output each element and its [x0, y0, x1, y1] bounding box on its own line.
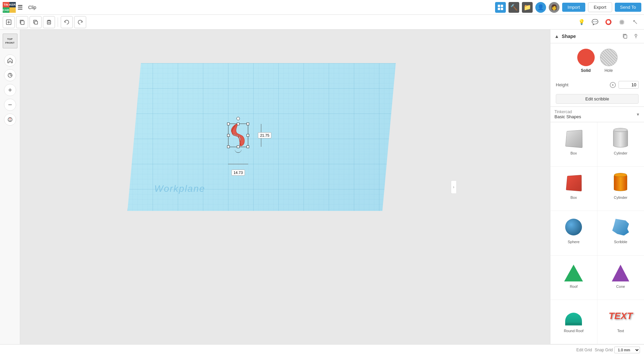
shape-name-sphere: Sphere	[568, 240, 580, 244]
handle-tm[interactable]	[237, 123, 239, 125]
dimension-height: 21.75	[258, 132, 271, 138]
toolbar: 💡 💬 ⭕	[0, 15, 644, 30]
delete-button[interactable]	[43, 16, 55, 28]
redo-button[interactable]	[74, 16, 86, 28]
sendto-button[interactable]: Send To	[615, 3, 641, 12]
viewport[interactable]: Workplane	[20, 30, 550, 344]
zoom-out-button[interactable]	[4, 99, 16, 111]
box-red-icon	[566, 175, 582, 191]
export-button[interactable]: Export	[588, 2, 612, 12]
bottom-bar: Edit Grid Snap Grid 1.0 mm 0.5 mm 0.25 m…	[0, 344, 644, 355]
solid-button[interactable]: Solid	[577, 49, 595, 73]
handle-tl[interactable]	[227, 123, 230, 125]
panel-pin-icon[interactable]	[632, 32, 640, 40]
shape-thumb-box-gray	[563, 128, 584, 149]
solid-label: Solid	[581, 68, 591, 73]
menu-icon[interactable]: ☰	[16, 2, 24, 12]
svg-rect-33	[624, 35, 627, 38]
tools-button[interactable]: 🔨	[508, 2, 519, 13]
measure-button[interactable]	[629, 16, 641, 28]
circle-button[interactable]: ⭕	[602, 16, 614, 28]
left-sidebar: TOP FRONT	[0, 30, 20, 344]
snap-grid-label: Snap Grid	[595, 348, 613, 352]
undo-button[interactable]	[61, 16, 73, 28]
avatar[interactable]: 👩	[549, 2, 559, 13]
library-dropdown-button[interactable]: ▼	[636, 112, 640, 117]
solid-circle	[577, 49, 595, 66]
light-bulb-button[interactable]: 💡	[576, 16, 588, 28]
shape-name-box-gray: Box	[571, 151, 577, 155]
shape-item-scribble[interactable]: Scribble	[597, 211, 644, 255]
view-cube[interactable]: TOP FRONT	[1, 32, 19, 50]
snap-grid-dropdown[interactable]: 1.0 mm 0.5 mm 0.25 mm 2.0 mm	[614, 347, 640, 353]
shape-thumb-roof	[563, 261, 584, 282]
shape-thumb-cone	[610, 261, 631, 282]
shape-thumb-cylinder-orange	[610, 172, 631, 193]
shape-item-round-roof[interactable]: Round Roof	[550, 300, 597, 344]
compass-button[interactable]	[4, 114, 16, 126]
roof-icon	[564, 265, 583, 281]
rotate-handle[interactable]	[236, 117, 240, 120]
height-knob[interactable]	[610, 82, 616, 88]
snap-grid: Snap Grid 1.0 mm 0.5 mm 0.25 mm 2.0 mm	[595, 347, 640, 353]
grid-view-button[interactable]	[495, 2, 506, 13]
new-button[interactable]	[3, 16, 15, 28]
handle-rm[interactable]	[247, 134, 249, 137]
shape-name-cone: Cone	[616, 284, 625, 289]
shape-name-box-red: Box	[571, 195, 577, 199]
shape-item-cylinder-orange[interactable]: Cylinder	[597, 167, 644, 211]
dimension-width: 14.73	[231, 170, 245, 176]
zoom-in-button[interactable]	[4, 84, 16, 96]
logo-cad: CAD	[3, 7, 9, 13]
height-label: Height	[556, 82, 607, 87]
comment-button[interactable]: 💬	[589, 16, 601, 28]
height-knob-dot	[612, 84, 613, 86]
hole-circle	[600, 49, 618, 66]
rotate-button[interactable]	[4, 69, 16, 81]
handle-lm[interactable]	[227, 134, 230, 137]
svg-rect-1	[501, 5, 503, 7]
svg-rect-2	[498, 8, 500, 10]
shape-item-box-red[interactable]: Box	[550, 167, 597, 211]
panel-collapse-icon[interactable]: ▲	[554, 34, 559, 39]
shape-item-roof[interactable]: Roof	[550, 256, 597, 300]
shape-name-cylinder-orange: Cylinder	[614, 195, 627, 199]
library-name: Basic Shapes	[554, 114, 635, 119]
shape-name-roof: Roof	[570, 284, 578, 289]
collapse-panel-button[interactable]: ›	[451, 180, 456, 194]
hole-label: Hole	[604, 68, 613, 73]
copy-button[interactable]	[16, 16, 28, 28]
hole-button[interactable]: Hole	[600, 49, 618, 73]
cone-icon	[612, 265, 629, 281]
grid-button[interactable]	[616, 16, 628, 28]
edit-scribble-button[interactable]: Edit scribble	[556, 94, 639, 104]
edit-grid-label[interactable]: Edit Grid	[576, 348, 592, 352]
logo-ker: KER	[9, 2, 16, 7]
user-button[interactable]: 👤	[535, 2, 546, 13]
folder-button[interactable]: 📁	[522, 2, 533, 13]
handle-tr[interactable]	[247, 123, 249, 125]
selection-box[interactable]: 21.75	[228, 124, 248, 147]
logo-blank	[9, 7, 16, 13]
handle-bm[interactable]	[237, 145, 239, 148]
shape-thumb-sphere	[563, 216, 584, 238]
shape-container[interactable]: 21.75 14.73	[228, 124, 248, 147]
panel-copy-icon[interactable]	[621, 32, 629, 40]
shape-item-sphere[interactable]: Sphere	[550, 211, 597, 255]
toolbar-right: 💡 💬 ⭕	[576, 16, 641, 28]
shapes-grid: Box Cylinder Box Cylinder	[550, 122, 644, 344]
shape-name-cylinder-gray: Cylinder	[614, 151, 627, 155]
import-button[interactable]: Import	[562, 3, 585, 12]
shape-item-cylinder-gray[interactable]: Cylinder	[597, 122, 644, 167]
handle-bl[interactable]	[227, 145, 230, 148]
shape-item-cone[interactable]: Cone	[597, 256, 644, 300]
shape-item-box-gray[interactable]: Box	[550, 122, 597, 167]
main-area: TOP FRONT	[0, 30, 644, 344]
handle-br[interactable]	[247, 145, 249, 148]
height-input[interactable]	[619, 81, 639, 89]
panel-header: ▲ Shape	[550, 30, 644, 43]
home-button[interactable]	[4, 54, 16, 66]
svg-rect-10	[47, 21, 51, 24]
shape-item-text[interactable]: TEXT Text	[597, 300, 644, 344]
duplicate-button[interactable]	[30, 16, 42, 28]
